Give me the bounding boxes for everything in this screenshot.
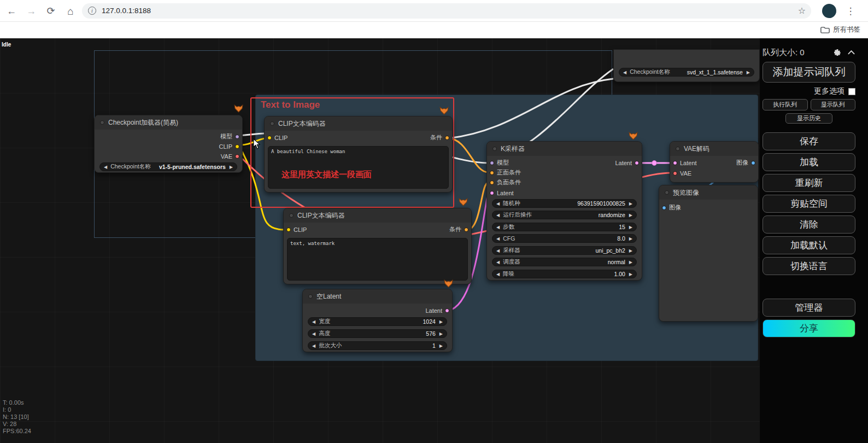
settings-gear-icon[interactable] (833, 48, 842, 57)
clip-output-slot[interactable] (235, 144, 239, 149)
arrow-left-icon[interactable]: ◀ (312, 331, 315, 336)
node-empty-latent[interactable]: 空Latent Latent ◀ 宽度 1024 ▶ ◀ 高度 576 ▶ ◀ … (302, 289, 453, 352)
model-input-slot[interactable] (490, 161, 494, 165)
arrow-right-icon[interactable]: ▶ (629, 248, 632, 253)
arrow-left-icon[interactable]: ◀ (104, 165, 107, 170)
back-icon[interactable]: ← (4, 4, 19, 19)
sampler-widget[interactable]: ◀ 采样器 uni_pc_bh2 ▶ (492, 246, 637, 255)
arrow-right-icon[interactable]: ▶ (629, 260, 632, 265)
vae-input-slot[interactable] (673, 171, 677, 176)
load-default-button[interactable]: 加载默认 (763, 236, 855, 254)
menu-dots-icon[interactable]: ⋮ (843, 4, 858, 19)
all-bookmarks-button[interactable]: 所有书签 (820, 25, 860, 34)
image-input-slot[interactable] (662, 206, 666, 210)
arrow-left-icon[interactable]: ◀ (496, 213, 500, 218)
clipspace-button[interactable]: 剪贴空间 (763, 195, 855, 213)
batch-size-widget[interactable]: ◀ 批次大小 1 ▶ (308, 341, 447, 350)
arrow-right-icon[interactable]: ▶ (439, 343, 443, 348)
arrow-left-icon[interactable]: ◀ (496, 225, 500, 230)
node-checkpoint-loader[interactable]: Checkpoint加载器(简易) 模型 CLIP VAE ◀ Checkpoi… (94, 115, 243, 173)
save-button[interactable]: 保存 (763, 132, 855, 150)
positive-input-slot[interactable] (490, 171, 494, 175)
arrow-right-icon[interactable]: ▶ (629, 201, 632, 206)
arrow-left-icon[interactable]: ◀ (496, 201, 500, 206)
latent-output-slot[interactable] (445, 308, 449, 313)
widget-label: 降噪 (503, 270, 514, 278)
collapse-chevron-icon[interactable] (847, 50, 855, 55)
latent-output-slot[interactable] (635, 161, 639, 165)
manager-button[interactable]: 管理器 (763, 299, 855, 317)
prompt-text: A beautiful Chinese woman (271, 149, 345, 154)
height-widget[interactable]: ◀ 高度 576 ▶ (308, 329, 447, 338)
load-button[interactable]: 加载 (763, 153, 855, 171)
node-clip-encoder-positive[interactable]: CLIP文本编码器 CLIP 条件 A beautiful Chinese wo… (264, 116, 453, 193)
node-svd-checkpoint[interactable]: ◀ Checkpoint名称 svd_xt_1_1.safetense ▶ (613, 49, 760, 82)
image-output-slot[interactable] (751, 161, 755, 165)
home-icon[interactable]: ⌂ (63, 4, 78, 19)
conditioning-output-slot[interactable] (464, 228, 468, 232)
forward-icon[interactable]: → (24, 4, 38, 19)
arrow-left-icon[interactable]: ◀ (496, 272, 500, 277)
prompt-textarea[interactable]: A beautiful Chinese woman 这里用英文描述一段画面 (268, 146, 449, 189)
prompt-textarea[interactable]: text, watermark (287, 238, 468, 281)
output-label: 条件 (430, 133, 442, 142)
arrow-right-icon[interactable]: ▶ (230, 165, 233, 170)
arrow-left-icon[interactable]: ◀ (312, 319, 315, 324)
show-history-button[interactable]: 显示历史 (785, 113, 832, 124)
cfg-widget[interactable]: ◀ CFG 8.0 ▶ (492, 234, 637, 243)
widget-label: 批次大小 (319, 342, 342, 349)
arrow-left-icon[interactable]: ◀ (312, 343, 315, 348)
latent-input-slot[interactable] (490, 191, 494, 195)
show-queue-button[interactable]: 显示队列 (811, 99, 856, 110)
url-text[interactable]: 127.0.0.1:8188 (102, 7, 151, 15)
run-queue-button[interactable]: 执行队列 (763, 99, 808, 110)
control-after-generate-widget[interactable]: ◀ 运行后操作 randomize ▶ (492, 211, 637, 219)
clip-input-slot[interactable] (286, 228, 291, 232)
arrow-right-icon[interactable]: ▶ (629, 272, 632, 277)
latent-input-slot[interactable] (673, 161, 677, 165)
arrow-right-icon[interactable]: ▶ (629, 213, 632, 218)
arrow-right-icon[interactable]: ▶ (747, 70, 750, 75)
conditioning-output-slot[interactable] (445, 136, 449, 140)
refresh-button[interactable]: 重刷新 (763, 174, 855, 192)
negative-input-slot[interactable] (490, 180, 494, 185)
steps-widget[interactable]: ◀ 步数 15 ▶ (492, 223, 637, 231)
clip-input-slot[interactable] (267, 136, 272, 140)
model-output-slot[interactable] (235, 135, 239, 139)
reload-icon[interactable]: ⟳ (44, 4, 58, 19)
arrow-right-icon[interactable]: ▶ (439, 319, 443, 324)
stat-line: N: 13 [10] (3, 413, 31, 421)
clear-button[interactable]: 清除 (763, 215, 855, 234)
graph-canvas[interactable]: Idle Text to Image ◀ Checkpoint名称 svd_xt… (0, 38, 868, 443)
seed-widget[interactable]: ◀ 随机种 963915901000825 ▶ (492, 199, 637, 208)
widget-value: 963915901000825 (577, 200, 625, 207)
site-info-icon[interactable]: i (88, 7, 96, 15)
share-button[interactable]: 分享 (763, 319, 855, 337)
node-vae-decode[interactable]: VAE解码 Latent 图像 VAE (670, 141, 759, 183)
denoise-widget[interactable]: ◀ 降噪 1.00 ▶ (492, 270, 637, 278)
node-clip-encoder-negative[interactable]: CLIP文本编码器 CLIP 条件 text, watermark (283, 208, 472, 284)
node-preview-image[interactable]: 预览图像 图像 (659, 185, 758, 322)
arrow-right-icon[interactable]: ▶ (439, 331, 443, 336)
arrow-left-icon[interactable]: ◀ (496, 236, 500, 241)
scheduler-widget[interactable]: ◀ 调度器 normal ▶ (492, 258, 637, 266)
fox-badge-icon (629, 131, 638, 141)
vae-output-slot[interactable] (235, 154, 239, 159)
arrow-right-icon[interactable]: ▶ (629, 236, 632, 241)
bookmark-star-icon[interactable]: ☆ (798, 5, 806, 16)
node-title: CLIP文本编码器 (278, 119, 326, 129)
checkpoint-name-widget[interactable]: ◀ Checkpoint名称 svd_xt_1_1.safetense ▶ (619, 68, 754, 77)
node-ksampler[interactable]: K采样器 模型 Latent 正面条件 负面条件 Latent ◀ 随机种 96… (486, 141, 642, 281)
profile-avatar[interactable] (822, 4, 836, 18)
widget-label: 采样器 (503, 247, 520, 254)
checkpoint-name-widget[interactable]: ◀ Checkpoint名称 v1-5-pruned.safetensors ▶ (99, 162, 237, 171)
arrow-left-icon[interactable]: ◀ (496, 260, 500, 265)
width-widget[interactable]: ◀ 宽度 1024 ▶ (308, 317, 447, 326)
queue-prompt-button[interactable]: 添加提示词队列 (763, 62, 855, 83)
arrow-left-icon[interactable]: ◀ (623, 70, 626, 75)
toggle-language-button[interactable]: 切换语言 (763, 257, 855, 275)
arrow-left-icon[interactable]: ◀ (496, 248, 500, 253)
arrow-right-icon[interactable]: ▶ (629, 225, 632, 230)
extra-options-checkbox[interactable] (848, 88, 855, 95)
address-bar[interactable]: i 127.0.0.1:8188 ☆ (82, 3, 811, 19)
